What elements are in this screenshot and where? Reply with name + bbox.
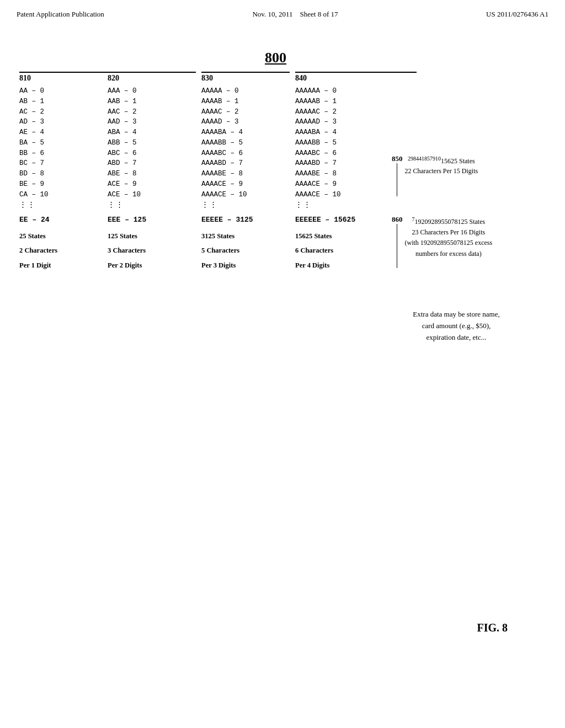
col-820-item-10: ACE – 10 xyxy=(108,190,196,200)
annot-850-text: 29844185791015625 States 22 Characters P… xyxy=(405,154,478,176)
page-header: Patent Application Publication Nov. 10, … xyxy=(0,0,565,19)
label-860: 860 xyxy=(392,215,403,224)
col-830-item-0: AAAAA – 0 xyxy=(201,86,290,97)
annotation-extra: Extra data may be store name, card amoun… xyxy=(382,309,531,343)
col-830-item-3: AAAAD – 3 xyxy=(201,117,290,127)
col-830-item-7: AAAABD – 7 xyxy=(201,158,290,169)
column-830: 830 AAAAA – 0 AAAAB – 1 AAAAC – 2 AAAAD … xyxy=(201,72,290,271)
col-820-footer: EEE – 125 xyxy=(108,215,196,226)
annotation-850: 850 29844185791015625 States 22 Characte… xyxy=(392,154,478,196)
col-810-item-8: BD – 8 xyxy=(19,169,108,179)
header-center: Nov. 10, 2011 Sheet 8 of 17 xyxy=(252,10,338,19)
col-810-item-2: AC – 2 xyxy=(19,107,108,117)
figure-title: 800 xyxy=(265,50,286,66)
col-820-item-7: ABD – 7 xyxy=(108,158,196,169)
col-840-item-3: AAAAAD – 3 xyxy=(295,117,417,127)
annot-860-text: 719209289550781​25 States 23 Characters … xyxy=(405,215,493,259)
col-810-header: 810 xyxy=(19,72,108,83)
col-820-item-0: AAA – 0 xyxy=(108,86,196,97)
col-820-label-1: 125 States xyxy=(108,231,196,242)
col-830-footer: EEEEE – 3125 xyxy=(201,215,290,226)
col-830-item-1: AAAAB – 1 xyxy=(201,97,290,107)
col-840-item-2: AAAAAC – 2 xyxy=(295,107,417,117)
column-820: 820 AAA – 0 AAB – 1 AAC – 2 AAD – 3 ABA … xyxy=(108,72,196,271)
col-810-item-0: AA – 0 xyxy=(19,86,108,97)
col-830-label-1: 3125 States xyxy=(201,231,290,242)
col-840-header: 840 xyxy=(295,72,417,83)
figure-label: FIG. 8 xyxy=(477,622,508,634)
col-820-item-8: ABE – 8 xyxy=(108,169,196,179)
col-830-item-8: AAAABE – 8 xyxy=(201,169,290,179)
header-right: US 2011/0276436 A1 xyxy=(486,10,548,19)
col-830-label-2: 5 Characters xyxy=(201,245,290,256)
col-830-item-2: AAAAC – 2 xyxy=(201,107,290,117)
col-820-item-6: ABC – 6 xyxy=(108,148,196,159)
col-830-item-10: AAAACE – 10 xyxy=(201,190,290,200)
col-840-item-1: AAAAAB – 1 xyxy=(295,97,417,107)
col-820-label-2: 3 Characters xyxy=(108,245,196,256)
col-820-label-3: Per 2 Digits xyxy=(108,260,196,271)
col-820-item-2: AAC – 2 xyxy=(108,107,196,117)
col-810-item-10: CA – 10 xyxy=(19,190,108,200)
col-840-ellipsis: ⋮⋮ xyxy=(295,200,417,210)
col-810-label-1: 25 States xyxy=(19,231,108,242)
col-810-label-3: Per 1 Digit xyxy=(19,260,108,271)
col-810-footer: EE – 24 xyxy=(19,215,108,226)
col-830-ellipsis: ⋮⋮ xyxy=(201,200,290,210)
col-840-item-4: AAAABA – 4 xyxy=(295,127,417,138)
col-830-item-4: AAAABA – 4 xyxy=(201,127,290,138)
col-820-item-9: ACE – 9 xyxy=(108,179,196,190)
annotation-860: 860 719209289550781​25 States 23 Charact… xyxy=(392,215,492,268)
col-820-header: 820 xyxy=(108,72,196,83)
col-810-item-5: BA – 5 xyxy=(19,138,108,148)
col-810-item-1: AB – 1 xyxy=(19,97,108,107)
col-810-item-4: AE – 4 xyxy=(19,127,108,138)
col-830-item-5: AAAABB – 5 xyxy=(201,138,290,148)
col-830-header: 830 xyxy=(201,72,290,83)
col-810-item-3: AD – 3 xyxy=(19,117,108,127)
col-840-item-5: AAAABB – 5 xyxy=(295,138,417,148)
col-820-item-1: AAB – 1 xyxy=(108,97,196,107)
header-left: Patent Application Publication xyxy=(17,10,104,19)
col-830-item-9: AAAACE – 9 xyxy=(201,179,290,190)
col-820-item-4: ABA – 4 xyxy=(108,127,196,138)
col-840-item-0: AAAAAA – 0 xyxy=(295,86,417,97)
label-850: 850 xyxy=(392,154,403,163)
col-820-item-5: ABB – 5 xyxy=(108,138,196,148)
col-820-ellipsis: ⋮⋮ xyxy=(108,200,196,210)
col-830-item-6: AAAABC – 6 xyxy=(201,148,290,159)
col-810-ellipsis: ⋮⋮ xyxy=(19,200,108,210)
col-810-item-7: BC – 7 xyxy=(19,158,108,169)
column-810: 810 AA – 0 AB – 1 AC – 2 AD – 3 AE – 4 B… xyxy=(19,72,108,271)
col-820-item-3: AAD – 3 xyxy=(108,117,196,127)
diagram-area: 800 810 AA – 0 AB – 1 AC – 2 AD – 3 AE –… xyxy=(11,33,541,667)
col-810-label-2: 2 Characters xyxy=(19,245,108,256)
col-810-item-6: BB – 6 xyxy=(19,148,108,159)
col-810-item-9: BE – 9 xyxy=(19,179,108,190)
col-830-label-3: Per 3 Digits xyxy=(201,260,290,271)
